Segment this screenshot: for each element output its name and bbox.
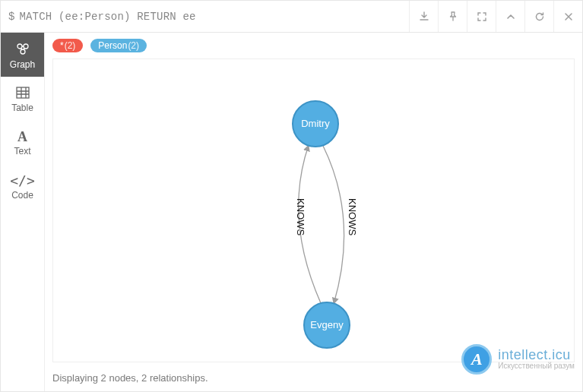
code-icon: </>	[10, 174, 35, 188]
collapse-button[interactable]	[496, 1, 524, 32]
rerun-button[interactable]	[524, 1, 553, 32]
chip-label: *	[60, 40, 64, 51]
sidebar-item-table[interactable]: Table	[1, 77, 44, 121]
graph-icon	[14, 40, 31, 57]
pin-icon	[447, 11, 459, 23]
node-label: Evgeny	[310, 319, 344, 330]
svg-point-2	[21, 49, 25, 54]
graph-node[interactable]: Dmitry	[293, 101, 338, 147]
svg-rect-3	[17, 87, 29, 98]
fullscreen-icon	[476, 11, 488, 23]
node-label: Dmitry	[301, 118, 330, 129]
rerun-icon	[534, 11, 546, 23]
relationship-label: KNOWS	[295, 198, 306, 236]
chip-person[interactable]: Person(2)	[90, 39, 147, 52]
fullscreen-button[interactable]	[467, 1, 496, 32]
relationship-label: KNOWS	[347, 198, 358, 236]
pin-button[interactable]	[438, 1, 467, 32]
label-chips: *(2) Person(2)	[45, 33, 582, 58]
status-text: Displaying 2 nodes, 2 relationships.	[52, 372, 208, 384]
query-prompt: $	[8, 11, 14, 23]
close-button[interactable]	[553, 1, 582, 32]
query-text: MATCH (ee:Person) RETURN ee	[19, 11, 195, 23]
view-mode-sidebar: Graph Table A Text </> Code	[1, 33, 45, 391]
sidebar-item-label: Code	[11, 190, 33, 201]
download-icon	[418, 11, 430, 23]
result-panel: *(2) Person(2)	[45, 33, 582, 391]
chip-count: (2)	[65, 40, 76, 51]
sidebar-item-label: Table	[11, 103, 33, 113]
chip-all[interactable]: *(2)	[52, 39, 83, 52]
sidebar-item-label: Graph	[10, 59, 35, 70]
graph-node[interactable]: Evgeny	[304, 302, 350, 348]
graph-edge[interactable]	[323, 146, 344, 304]
status-bar: Displaying 2 nodes, 2 relationships.	[45, 367, 582, 391]
close-icon	[563, 11, 574, 22]
table-icon	[15, 85, 30, 100]
sidebar-item-text[interactable]: A Text	[1, 121, 44, 165]
chevron-up-icon	[505, 11, 516, 22]
result-toolbar	[409, 1, 582, 32]
query-editor[interactable]: $ MATCH (ee:Person) RETURN ee	[1, 11, 409, 23]
chip-label: Person	[98, 40, 127, 51]
sidebar-item-code[interactable]: </> Code	[1, 165, 44, 209]
text-icon: A	[17, 130, 27, 144]
download-button[interactable]	[409, 1, 438, 32]
chip-count: (2)	[128, 40, 139, 51]
query-bar: $ MATCH (ee:Person) RETURN ee	[1, 1, 582, 33]
sidebar-item-label: Text	[14, 146, 30, 156]
sidebar-item-graph[interactable]: Graph	[1, 33, 44, 77]
graph-canvas[interactable]: KNOWS KNOWS Dmitry Evgeny	[52, 58, 575, 362]
